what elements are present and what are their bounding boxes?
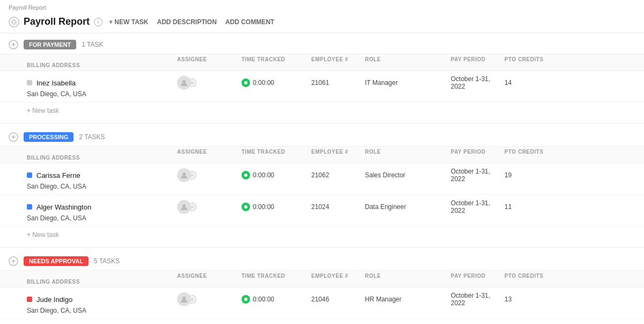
task-name: Jude Indigo	[36, 296, 72, 304]
section-divider	[0, 123, 644, 124]
new-task-button[interactable]: + New task	[0, 227, 644, 245]
pay-period: October 1-31, 2022	[451, 75, 504, 90]
add-description-label: ADD DESCRIPTION	[157, 18, 216, 26]
pay-period: October 1-31, 2022	[451, 168, 504, 183]
collapse-btn-needs-approval[interactable]	[9, 256, 18, 266]
time-circle-icon	[241, 78, 250, 87]
billing-address: San Diego, CA, USA	[27, 183, 177, 190]
col-header-6: BILLING ADDRESS	[27, 62, 177, 68]
assignee-cell[interactable]: +	[177, 76, 241, 90]
col-header-4: PAY PERIOD	[451, 273, 504, 279]
col-header-4: PAY PERIOD	[451, 56, 504, 62]
role: IT Manager	[365, 79, 451, 87]
circle-collapse-icon[interactable]	[9, 17, 19, 27]
col-header-4: PAY PERIOD	[451, 149, 504, 155]
col-header-0: ASSIGNEE	[177, 56, 241, 62]
tasks-processing: Carissa Ferne + 0:00:00 21062Sales Direc…	[0, 163, 644, 227]
breadcrumb: Payroll Report	[0, 0, 644, 13]
assignee-cell[interactable]: +	[177, 292, 241, 306]
task-name-cell: Inez Isabella	[27, 79, 177, 87]
collapse-btn-for-payment[interactable]	[9, 40, 18, 49]
tasks-for-payment: Inez Isabella + 0:00:00 21061IT ManagerO…	[0, 71, 644, 103]
col-header-0: ASSIGNEE	[177, 273, 241, 279]
status-badge-needs-approval: NEEDS APPROVAL	[24, 256, 89, 266]
add-comment-action[interactable]: ADD COMMENT	[225, 18, 274, 26]
time-tracked-cell: 0:00:00	[241, 203, 311, 211]
section-header-processing: PROCESSING2 TASKS	[0, 126, 644, 146]
time-circle-icon	[241, 171, 250, 179]
time-tracked-cell: 0:00:00	[241, 171, 311, 179]
avatar	[177, 200, 191, 214]
section-needs-approval: NEEDS APPROVAL5 TASKSASSIGNEETIME TRACKE…	[0, 250, 644, 324]
table-row[interactable]: Alger Washington + 0:00:00 21024Data Eng…	[0, 195, 644, 227]
task-name: Inez Isabella	[36, 79, 76, 87]
info-icon[interactable]: i	[94, 18, 103, 26]
columns-header-for-payment: ASSIGNEETIME TRACKEDEMPLOYEE #ROLEPAY PE…	[0, 54, 644, 71]
time-circle-icon	[241, 203, 250, 211]
col-header-2: EMPLOYEE #	[311, 273, 365, 279]
page-title: Payroll Report	[24, 16, 90, 27]
billing-address: San Diego, CA, USA	[27, 307, 177, 314]
col-header-6: BILLING ADDRESS	[27, 279, 177, 285]
time-circle-icon	[241, 295, 250, 304]
col-header-name	[27, 149, 177, 155]
priority-indicator	[27, 172, 32, 178]
col-header-2: EMPLOYEE #	[311, 56, 365, 62]
col-header-5: PTO CREDITS	[504, 56, 612, 62]
employee-number: 21061	[311, 79, 365, 87]
time-value: 0:00:00	[253, 203, 274, 211]
priority-indicator	[27, 80, 32, 85]
section-header-for-payment: FOR PAYMENT1 TASK	[0, 33, 644, 54]
time-tracked-cell: 0:00:00	[241, 295, 311, 304]
table-row[interactable]: Carissa Ferne + 0:00:00 21062Sales Direc…	[0, 163, 644, 195]
billing-address: San Diego, CA, USA	[27, 214, 177, 222]
tasks-needs-approval: Jude Indigo + 0:00:00 21046HR ManagerOct…	[0, 287, 644, 324]
table-row[interactable]: Jude Indigo + 0:00:00 21046HR ManagerOct…	[0, 287, 644, 319]
assignee-cell[interactable]: +	[177, 168, 241, 182]
status-badge-processing: PROCESSING	[24, 132, 74, 142]
task-name: Alger Washington	[36, 203, 91, 211]
col-header-1: TIME TRACKED	[241, 56, 311, 62]
avatar	[177, 292, 191, 306]
role: Data Engineer	[365, 203, 451, 211]
page-header: Payroll Report i + NEW TASK ADD DESCRIPT…	[0, 13, 644, 33]
pay-period: October 1-31, 2022	[451, 292, 504, 307]
section-header-needs-approval: NEEDS APPROVAL5 TASKS	[0, 250, 644, 270]
collapse-btn-processing[interactable]	[9, 132, 18, 142]
priority-indicator	[27, 297, 32, 302]
time-value: 0:00:00	[253, 79, 274, 87]
table-row[interactable]: Inez Isabella + 0:00:00 21061IT ManagerO…	[0, 71, 644, 103]
priority-indicator	[27, 204, 32, 210]
new-task-action[interactable]: + NEW TASK	[109, 18, 148, 26]
add-description-action[interactable]: ADD DESCRIPTION	[157, 18, 216, 26]
employee-number: 21024	[311, 203, 365, 211]
sections-container: FOR PAYMENT1 TASKASSIGNEETIME TRACKEDEMP…	[0, 33, 644, 324]
section-divider	[0, 247, 644, 248]
pay-period: October 1-31, 2022	[451, 199, 504, 214]
task-name-cell: Alger Washington	[27, 203, 177, 211]
task-name-cell: Carissa Ferne	[27, 171, 177, 179]
col-header-name	[27, 273, 177, 279]
col-header-5: PTO CREDITS	[504, 273, 612, 279]
add-comment-label: ADD COMMENT	[225, 18, 274, 26]
task-count-needs-approval: 5 TASKS	[94, 257, 120, 265]
avatar	[177, 168, 191, 182]
col-header-2: EMPLOYEE #	[311, 149, 365, 155]
time-tracked-cell: 0:00:00	[241, 78, 311, 87]
col-header-name	[27, 56, 177, 62]
col-header-6: BILLING ADDRESS	[27, 155, 177, 161]
avatar	[177, 76, 191, 90]
role: HR Manager	[365, 296, 451, 303]
table-row[interactable]: Christa Constant + 0:00:00 21079Sales Sp…	[0, 319, 644, 324]
time-value: 0:00:00	[253, 171, 274, 179]
assignee-cell[interactable]: +	[177, 200, 241, 214]
section-for-payment: FOR PAYMENT1 TASKASSIGNEETIME TRACKEDEMP…	[0, 33, 644, 124]
columns-header-processing: ASSIGNEETIME TRACKEDEMPLOYEE #ROLEPAY PE…	[0, 146, 644, 163]
status-badge-for-payment: FOR PAYMENT	[24, 40, 76, 49]
task-name-cell: Jude Indigo	[27, 296, 177, 304]
new-task-button[interactable]: + New task	[0, 103, 644, 121]
new-task-label: + NEW TASK	[109, 18, 148, 26]
task-count-processing: 2 TASKS	[79, 133, 105, 141]
col-header-0: ASSIGNEE	[177, 149, 241, 155]
col-header-1: TIME TRACKED	[241, 273, 311, 279]
